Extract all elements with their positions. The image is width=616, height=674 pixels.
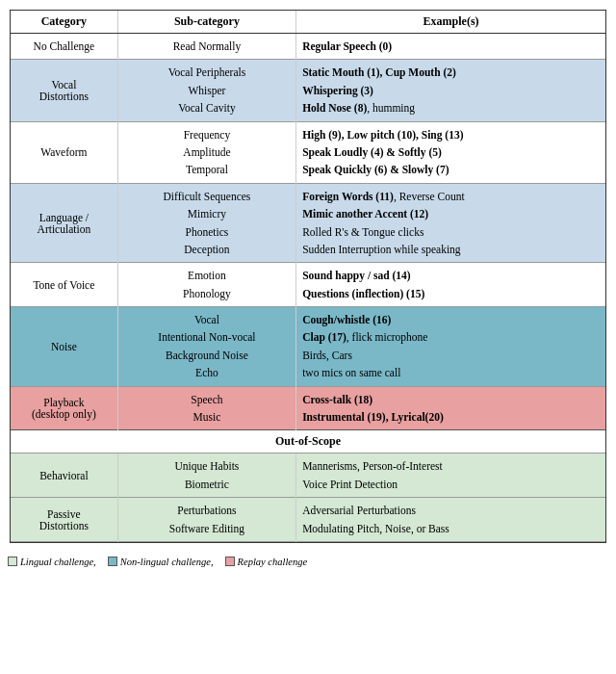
table-row: Waveform FrequencyAmplitudeTemporal High… (11, 121, 605, 183)
ex-playback: Cross-talk (18) Instrumental (19), Lyric… (296, 386, 605, 430)
legend-box-pink (225, 557, 235, 566)
table-row: Noise VocalIntentional Non-vocalBackgrou… (11, 307, 605, 387)
cat-playback: Playback(desktop only) (11, 386, 117, 430)
table-row: No Challenge Read Normally Regular Speec… (11, 34, 605, 60)
cat-noise: Noise (11, 307, 117, 387)
ex-waveform: High (9), Low pitch (10), Sing (13) Spea… (296, 121, 605, 183)
sub-waveform: FrequencyAmplitudeTemporal (117, 121, 295, 183)
main-table-container: Category Sub-category Example(s) No Chal… (10, 10, 606, 543)
legend-box-green (8, 557, 17, 566)
legend-nonlingual: Non-lingual challenge, (108, 557, 214, 567)
table-row: Language /Articulation Difficult Sequenc… (11, 183, 605, 263)
ex-noise: Cough/whistle (16) Clap (17), flick micr… (296, 307, 605, 387)
sub-language: Difficult SequencesMimicryPhoneticsDecep… (117, 183, 295, 263)
header-subcategory: Sub-category (117, 11, 295, 34)
table-row: VocalDistortions Vocal PeripheralsWhispe… (11, 60, 605, 121)
legend-replay: Replay challenge (225, 557, 308, 567)
cat-tone: Tone of Voice (11, 263, 117, 307)
sub-tone: EmotionPhonology (117, 263, 295, 307)
cat-behavioral: Behavioral (11, 454, 117, 498)
cat-vocal-distortions: VocalDistortions (11, 60, 117, 121)
cat-language: Language /Articulation (11, 183, 117, 263)
cat-waveform: Waveform (11, 121, 117, 183)
sub-no-challenge: Read Normally (117, 34, 295, 60)
sub-noise: VocalIntentional Non-vocalBackground Noi… (117, 307, 295, 387)
table-row: Playback(desktop only) SpeechMusic Cross… (11, 386, 605, 430)
legend: Lingual challenge, Non-lingual challenge… (0, 553, 616, 571)
sub-vocal-distortions: Vocal PeripheralsWhisperVocal Cavity (117, 60, 295, 121)
ex-behavioral: Mannerisms, Person-of-Interest Voice Pri… (296, 454, 605, 498)
out-of-scope-header: Out-of-Scope (11, 430, 605, 454)
header-category: Category (11, 11, 117, 34)
cat-passive: PassiveDistortions (11, 498, 117, 542)
legend-label-replay: Replay challenge (238, 557, 308, 567)
sub-playback: SpeechMusic (117, 386, 295, 430)
table-row: PassiveDistortions PerturbationsSoftware… (11, 498, 605, 542)
legend-label-lingual: Lingual challenge, (20, 557, 96, 567)
ex-language: Foreign Words (11), Reverse Count Mimic … (296, 183, 605, 263)
cat-no-challenge: No Challenge (11, 34, 117, 60)
legend-box-blue (108, 557, 117, 566)
ex-tone: Sound happy / sad (14) Questions (inflec… (296, 263, 605, 307)
legend-label-nonlingual: Non-lingual challenge, (120, 557, 214, 567)
legend-lingual: Lingual challenge, (8, 557, 96, 567)
sub-behavioral: Unique HabitsBiometric (117, 454, 295, 498)
ex-no-challenge: Regular Speech (0) (296, 34, 605, 60)
ex-vocal-distortions: Static Mouth (1), Cup Mouth (2) Whisperi… (296, 60, 605, 121)
sub-passive: PerturbationsSoftware Editing (117, 498, 295, 542)
ex-passive: Adversarial Perturbations Modulating Pit… (296, 498, 605, 542)
table-row: Tone of Voice EmotionPhonology Sound hap… (11, 263, 605, 307)
table-header-row: Category Sub-category Example(s) (11, 11, 605, 34)
table-row: Behavioral Unique HabitsBiometric Manner… (11, 454, 605, 498)
header-examples: Example(s) (296, 11, 605, 34)
cat-label-vocal: VocalDistortions (39, 79, 89, 102)
